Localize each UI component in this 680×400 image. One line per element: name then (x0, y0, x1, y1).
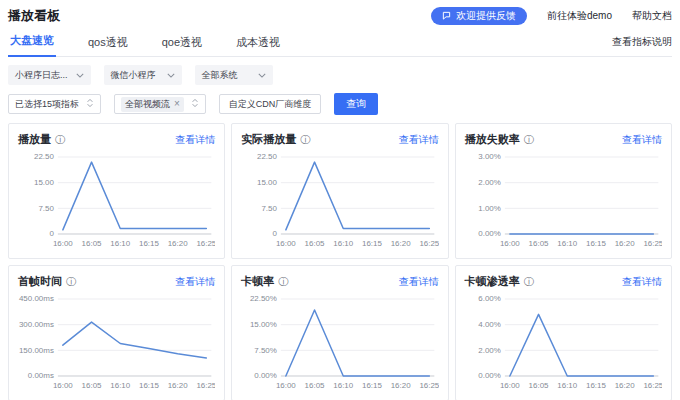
svg-text:16:00: 16:00 (500, 239, 520, 248)
tab-cost[interactable]: 成本透视 (234, 35, 282, 57)
close-icon[interactable]: × (174, 99, 180, 109)
svg-text:16:25: 16:25 (643, 239, 662, 248)
metrics-multiselect-value: 已选择15项指标 (15, 98, 79, 111)
svg-text:16:00: 16:00 (53, 239, 73, 248)
svg-text:2.00%: 2.00% (478, 346, 501, 355)
svg-text:16:05: 16:05 (82, 381, 102, 390)
chart-grid: 播放量 ⓘ 查看详情 22.5015.007.50016:0016:0516:1… (8, 123, 672, 400)
chart-title: 播放量 (18, 132, 51, 147)
help-doc-link[interactable]: 帮助文档 (632, 9, 672, 23)
chart-card-stall-penetration-rate: 卡顿渗透率 ⓘ 查看详情 6.00%4.00%2.00%0.00%16:0016… (455, 265, 672, 400)
svg-text:6.00%: 6.00% (478, 294, 501, 303)
svg-text:16:15: 16:15 (586, 239, 606, 248)
svg-text:16:10: 16:10 (110, 381, 130, 390)
view-details-link[interactable]: 查看详情 (399, 133, 439, 147)
feedback-button-label: 欢迎提供反馈 (456, 9, 516, 23)
card-header: 首帧时间 ⓘ 查看详情 (18, 274, 215, 289)
svg-text:16:20: 16:20 (168, 381, 188, 390)
stream-tag-label: 全部视频流 (125, 98, 170, 111)
svg-text:450.00ms: 450.00ms (19, 294, 54, 303)
tab-qos[interactable]: qos透视 (86, 35, 130, 57)
os-select[interactable]: 全部系统 (195, 65, 273, 85)
svg-text:16:15: 16:15 (362, 381, 382, 390)
svg-text:22.50%: 22.50% (250, 294, 277, 303)
view-details-link[interactable]: 查看详情 (622, 133, 662, 147)
view-details-link[interactable]: 查看详情 (399, 275, 439, 289)
svg-text:16:20: 16:20 (614, 381, 634, 390)
chart-card-first-frame-time: 首帧时间 ⓘ 查看详情 450.00ms300.00ms150.00ms0.00… (8, 265, 225, 400)
svg-text:0: 0 (49, 229, 54, 238)
view-details-link[interactable]: 查看详情 (175, 133, 215, 147)
card-header: 播放失败率 ⓘ 查看详情 (465, 132, 662, 147)
line-chart-play-volume: 22.5015.007.50016:0016:0516:1016:1516:20… (18, 148, 215, 252)
svg-text:16:25: 16:25 (420, 239, 439, 248)
svg-text:0.00ms: 0.00ms (28, 371, 54, 380)
playback-dashboard-page: 播放看板 欢迎提供反馈 前往体验demo 帮助文档 大盘速览 qos透视 qoe… (0, 0, 680, 400)
metric-help-link[interactable]: 查看指标说明 (612, 35, 672, 56)
svg-text:16:20: 16:20 (391, 381, 411, 390)
line-chart-stall-penetration-rate: 6.00%4.00%2.00%0.00%16:0016:0516:1016:15… (465, 290, 662, 394)
chevron-down-icon (76, 70, 84, 80)
page-header: 播放看板 欢迎提供反馈 前往体验demo 帮助文档 (8, 6, 672, 26)
chart-title: 播放失败率 (465, 132, 520, 147)
svg-text:16:05: 16:05 (528, 239, 548, 248)
line-chart-actual-play-volume: 22.5015.007.50016:0016:0516:1016:1516:20… (241, 148, 438, 252)
info-icon[interactable]: ⓘ (55, 135, 65, 145)
updown-chevron-icon (191, 98, 199, 110)
svg-text:0.00%: 0.00% (255, 371, 278, 380)
demo-link[interactable]: 前往体验demo (547, 9, 612, 23)
card-header: 实际播放量 ⓘ 查看详情 (241, 132, 438, 147)
info-icon[interactable]: ⓘ (66, 277, 76, 287)
svg-text:7.50: 7.50 (38, 204, 54, 213)
platform-select[interactable]: 微信小程序 (104, 65, 182, 85)
filter-row-secondary: 已选择15项指标 全部视频流 × 自定义CDN厂商维度 查询 (8, 93, 672, 115)
svg-text:16:25: 16:25 (196, 381, 215, 390)
svg-text:0: 0 (273, 229, 278, 238)
filter-row-primary: 小程序日志... 微信小程序 全部系统 (8, 65, 672, 85)
svg-text:16:15: 16:15 (586, 381, 606, 390)
tab-qoe[interactable]: qoe透视 (160, 35, 204, 57)
svg-text:16:10: 16:10 (334, 239, 354, 248)
tab-overview[interactable]: 大盘速览 (8, 33, 56, 57)
stream-multiselect[interactable]: 全部视频流 × (114, 94, 206, 114)
chevron-down-icon (258, 70, 266, 80)
svg-text:16:05: 16:05 (528, 381, 548, 390)
svg-text:2.00%: 2.00% (478, 178, 501, 187)
info-icon[interactable]: ⓘ (524, 277, 534, 287)
chart-title: 卡顿率 (241, 274, 274, 289)
svg-text:15.00: 15.00 (257, 178, 277, 187)
svg-text:16:05: 16:05 (305, 381, 325, 390)
svg-text:300.00ms: 300.00ms (19, 320, 54, 329)
card-header: 播放量 ⓘ 查看详情 (18, 132, 215, 147)
svg-text:15.00%: 15.00% (250, 320, 277, 329)
svg-text:22.50: 22.50 (257, 152, 277, 161)
card-header: 卡顿率 ⓘ 查看详情 (241, 274, 438, 289)
svg-text:16:10: 16:10 (557, 381, 577, 390)
svg-text:16:05: 16:05 (82, 239, 102, 248)
tab-bar: 大盘速览 qos透视 qoe透视 成本透视 查看指标说明 (8, 32, 672, 57)
info-icon[interactable]: ⓘ (278, 277, 288, 287)
line-chart-stall-rate: 22.50%15.00%7.50%0.00%16:0016:0516:1016:… (241, 290, 438, 394)
svg-text:16:10: 16:10 (557, 239, 577, 248)
view-details-link[interactable]: 查看详情 (622, 275, 662, 289)
app-select[interactable]: 小程序日志... (8, 65, 91, 85)
chart-title: 首帧时间 (18, 274, 62, 289)
svg-text:16:00: 16:00 (53, 381, 73, 390)
svg-text:0.00%: 0.00% (478, 229, 501, 238)
platform-select-value: 微信小程序 (111, 69, 156, 82)
svg-text:150.00ms: 150.00ms (19, 346, 54, 355)
custom-cdn-button[interactable]: 自定义CDN厂商维度 (219, 94, 322, 114)
svg-text:16:05: 16:05 (305, 239, 325, 248)
metrics-multiselect[interactable]: 已选择15项指标 (8, 94, 101, 114)
svg-text:16:00: 16:00 (276, 239, 296, 248)
svg-text:16:15: 16:15 (139, 381, 159, 390)
svg-text:16:20: 16:20 (614, 239, 634, 248)
feedback-button[interactable]: 欢迎提供反馈 (431, 7, 527, 25)
svg-text:22.50: 22.50 (34, 152, 54, 161)
info-icon[interactable]: ⓘ (300, 135, 310, 145)
card-header: 卡顿渗透率 ⓘ 查看详情 (465, 274, 662, 289)
svg-text:16:20: 16:20 (391, 239, 411, 248)
query-button[interactable]: 查询 (334, 93, 378, 115)
view-details-link[interactable]: 查看详情 (175, 275, 215, 289)
info-icon[interactable]: ⓘ (524, 135, 534, 145)
